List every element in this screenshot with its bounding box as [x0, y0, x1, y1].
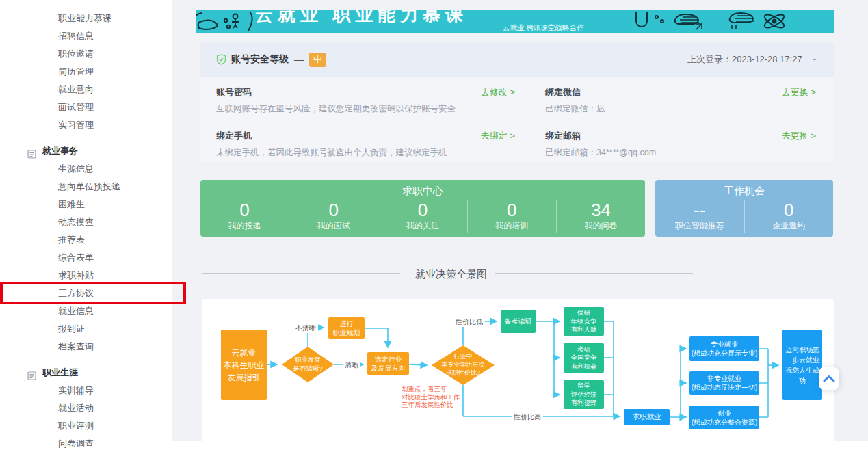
stat-label: 我的问卷: [557, 220, 645, 232]
sidebar-section-career[interactable]: 职业生涯: [0, 364, 172, 382]
flow-node-jobhunt: 求职就业: [624, 409, 670, 425]
document-icon: [27, 369, 36, 377]
sidebar-item-career-assessment[interactable]: 职业评测: [0, 417, 172, 435]
sidebar-item-registration-card[interactable]: 报到证: [0, 320, 172, 338]
sidebar-item-label: 就业活动: [58, 403, 94, 413]
stat-label: 我的培训: [468, 220, 556, 232]
sidebar-item-label: 就业意向: [58, 84, 94, 94]
sidebar-item-employment-info[interactable]: 就业信息: [0, 302, 172, 320]
sidebar-nav: 职业能力慕课 招聘信息 职位邀请 简历管理 就业意向 面试管理 实习管理 就业事…: [0, 0, 172, 452]
stat-value: 0: [200, 200, 289, 220]
stat-my-training[interactable]: 0我的培训: [467, 200, 556, 233]
flow-annotation-note: 划重点，看三年 对比硕士学历和工作 三年后发展性价比: [402, 385, 478, 409]
flow-node-baoyan: 保研 年级竞争 有利人脉: [564, 307, 604, 336]
sidebar-item-label: 三方协议: [58, 288, 94, 298]
divider-line: [202, 273, 400, 274]
stat-value: 0: [289, 200, 378, 220]
sidebar-item-questionnaire[interactable]: 问卷调查: [0, 435, 172, 452]
divider-line: [495, 273, 693, 274]
bind-phone-link[interactable]: 去绑定 >: [481, 130, 515, 142]
sidebar-item-resume[interactable]: 简历管理: [0, 63, 172, 81]
security-row-desc: 已绑定微信：凪: [545, 103, 816, 115]
banner-title: 云就业 职业能力慕课: [255, 10, 468, 27]
change-wechat-link[interactable]: 去更换 >: [782, 86, 816, 98]
sidebar-item-label: 实习管理: [58, 120, 94, 130]
security-row-phone: 绑定手机 去绑定 > 未绑定手机，若因此导致账号被盗由个人负责，建议绑定手机: [216, 130, 515, 163]
sidebar-item-job-invite[interactable]: 职位邀请: [0, 45, 172, 63]
flow-node-start: 云就业 本科生职业 发展指引: [221, 330, 267, 400]
flow-node-q2: 行业中 本专业学历层次 求职性价比?: [432, 352, 494, 377]
security-row-desc: 已绑定邮箱：34****@qq.com: [545, 147, 816, 159]
sidebar-item-label: 综合表单: [58, 252, 94, 263]
sidebar-item-label: 问卷调查: [58, 438, 94, 449]
sidebar-item-label: 简历管理: [58, 66, 94, 77]
stat-my-questionnaire[interactable]: 34我的问卷: [556, 200, 645, 233]
stat-label: 我的面试: [289, 220, 378, 232]
sidebar-item-label: 推荐表: [58, 235, 85, 245]
security-level-dash: —: [294, 54, 304, 65]
flow-node-startup: 创业 (想成功充分整合资源): [689, 406, 759, 429]
security-row-password: 账号密码 去修改 > 互联网账号存在盗号风险，建议您定期更改密码以保护账号安全: [216, 86, 515, 119]
sidebar-item-tripartite-agreement[interactable]: 三方协议: [0, 284, 172, 302]
flow-node-liuxue: 留学 评估经济 有利视野: [564, 380, 604, 409]
sidebar-item-interview[interactable]: 面试管理: [0, 98, 172, 116]
sidebar-item-label: 档案查询: [58, 341, 94, 351]
stat-my-interview[interactable]: 0我的面试: [289, 200, 378, 233]
sidebar-item-label: 实训辅导: [58, 385, 94, 395]
banner-doodle-right-icon: [631, 10, 834, 33]
sidebar-item-dynamic-survey[interactable]: 动态摸查: [0, 213, 172, 231]
decision-flowchart-card: 云就业 本科生职业 发展指引 职业发展 是否清晰? 进行 职业规划 选定行业 及…: [202, 299, 834, 452]
security-row-wechat: 绑定微信 去更换 > 已绑定微信：凪: [545, 86, 816, 119]
flow-node-major: 专业就业 (想成功充分展示专业): [689, 336, 759, 361]
security-row-title: 账号密码: [216, 86, 252, 98]
stat-label: 我的关注: [378, 220, 466, 232]
modify-password-link[interactable]: 去修改 >: [481, 86, 515, 98]
job-center-card: 求职中心 0我的投递 0我的面试 0我的关注 0我的培训 34我的问卷: [200, 180, 645, 237]
security-row-title: 绑定手机: [216, 130, 252, 142]
security-row-desc: 互联网账号存在盗号风险，建议您定期更改密码以保护账号安全: [216, 103, 515, 115]
work-opportunity-card: 工作机会 --职位智能推荐 0企业邀约: [655, 180, 833, 237]
sidebar-item-label: 生源信息: [58, 163, 94, 174]
last-login-text: 上次登录：2023-12-28 17:27-: [687, 53, 816, 66]
job-center-stats: 0我的投递 0我的面试 0我的关注 0我的培训 34我的问卷: [200, 200, 645, 233]
stat-smart-recommend[interactable]: --职位智能推荐: [655, 200, 744, 233]
banner-subtitle: 云就业 腾讯课堂战略合作: [503, 23, 583, 33]
sidebar-item-label: 职位邀请: [58, 49, 94, 59]
sidebar-item-label: 招聘信息: [58, 31, 94, 41]
sidebar-item-recommend-form[interactable]: 推荐表: [0, 231, 172, 249]
stat-company-invite[interactable]: 0企业邀约: [744, 200, 834, 233]
flow-node-kaoyan: 考研 全国竞争 有利机会: [564, 343, 604, 373]
security-level-badge: 中: [309, 53, 326, 67]
sidebar-item-recruit-info[interactable]: 招聘信息: [0, 27, 172, 45]
stat-label: 企业邀约: [745, 220, 834, 232]
back-to-top-button[interactable]: [819, 367, 839, 390]
sidebar-item-employment-activity[interactable]: 就业活动: [0, 399, 172, 417]
sidebar-section-employment-affairs[interactable]: 就业事务: [0, 142, 172, 160]
security-row-email: 绑定邮箱 去更换 > 已绑定邮箱：34****@qq.com: [545, 130, 816, 163]
stat-value: 0: [468, 200, 556, 220]
sidebar-item-label: 就业信息: [58, 306, 94, 316]
sidebar-item-difficult-student[interactable]: 困难生: [0, 196, 172, 213]
sidebar-item-comprehensive-form[interactable]: 综合表单: [0, 249, 172, 267]
flow-node-nonmajor: 非专业就业 (想成功态度决定一切): [689, 371, 759, 395]
sidebar-item-mooc[interactable]: 职业能力慕课: [0, 10, 172, 27]
stat-my-delivery[interactable]: 0我的投递: [200, 200, 289, 233]
sidebar-section-label: 职业生涯: [42, 367, 78, 377]
sidebar-item-label: 意向单位预投递: [58, 181, 120, 191]
stat-my-follow[interactable]: 0我的关注: [378, 200, 466, 233]
flow-node-q1: 职业发展 是否清晰?: [284, 355, 332, 373]
sidebar-item-internship[interactable]: 实习管理: [0, 116, 172, 134]
sidebar-item-label: 困难生: [58, 199, 85, 209]
mooc-banner[interactable]: 云就业 职业能力慕课 云就业 腾讯课堂战略合作: [196, 10, 834, 33]
sidebar-item-source-info[interactable]: 生源信息: [0, 160, 172, 178]
chevron-up-icon: [823, 375, 835, 382]
sidebar-item-job-subsidy[interactable]: 求职补贴: [0, 267, 172, 284]
sidebar-item-training-guidance[interactable]: 实训辅导: [0, 382, 172, 399]
change-email-link[interactable]: 去更换 >: [782, 130, 816, 142]
sidebar-item-archive-query[interactable]: 档案查询: [0, 338, 172, 356]
sidebar-item-pre-delivery[interactable]: 意向单位预投递: [0, 178, 172, 196]
panorama-divider: 就业决策全景图: [202, 268, 834, 279]
sidebar-item-intention[interactable]: 就业意向: [0, 81, 172, 98]
flow-label-unclear: 不清晰: [293, 323, 318, 333]
stat-value: --: [655, 200, 744, 220]
